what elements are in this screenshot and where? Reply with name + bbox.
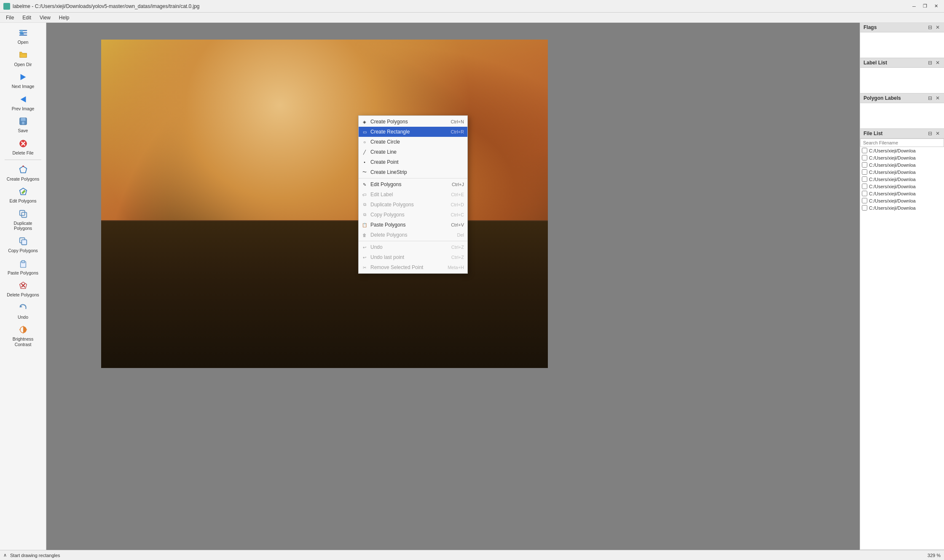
ctx-create-polygons[interactable]: ◈ Create Polygons Ctrl+N (359, 117, 467, 127)
ctx-create-polygons-shortcut: Ctrl+N (451, 119, 464, 124)
canvas-area[interactable]: ◈ Create Polygons Ctrl+N ▭ Create Rectan… (46, 23, 860, 550)
file-list-panel-actions: ⊟ ✕ (927, 131, 941, 136)
tool-create-polygons[interactable]: Create Polygons (4, 162, 42, 184)
file-checkbox-6[interactable] (862, 191, 867, 196)
flags-panel: Flags ⊟ ✕ (860, 23, 944, 58)
label-list-panel-undock[interactable]: ⊟ (927, 60, 933, 66)
ctx-undo[interactable]: ↩ Undo Ctrl+Z (359, 242, 467, 252)
tool-save[interactable]: Save (4, 114, 42, 135)
file-checkbox-2[interactable] (862, 162, 867, 168)
paste-polygons-label: Paste Polygons (8, 270, 38, 276)
ctx-create-line[interactable]: ╱ Create Line (359, 147, 467, 157)
file-checkbox-5[interactable] (862, 184, 867, 189)
ctx-copy-polygons[interactable]: ⧉ Copy Polygons Ctrl+C (359, 210, 467, 220)
menu-edit[interactable]: Edit (18, 14, 35, 21)
tool-delete-polygons[interactable]: Delete Polygons (4, 278, 42, 299)
file-item-1[interactable]: C:/Users/xieji/Downloa (860, 154, 944, 161)
polygon-labels-panel: Polygon Labels ⊟ ✕ (860, 93, 944, 129)
file-item-4[interactable]: C:/Users/xieji/Downloa (860, 176, 944, 183)
tool-edit-polygons[interactable]: Edit Polygons (4, 184, 42, 205)
file-item-2[interactable]: C:/Users/xieji/Downloa (860, 161, 944, 168)
flags-panel-close[interactable]: ✕ (935, 24, 941, 30)
ctx-create-line-label: Create Line (370, 149, 397, 155)
file-checkbox-1[interactable] (862, 155, 867, 160)
ctx-separator-1 (359, 178, 467, 179)
tool-copy-polygons[interactable]: Copy Polygons (4, 234, 42, 255)
menu-file[interactable]: File (2, 14, 18, 21)
ctx-create-rectangle-icon: ▭ (361, 128, 368, 135)
ctx-create-point[interactable]: • Create Point (359, 157, 467, 167)
file-list-panel-undock[interactable]: ⊟ (927, 131, 933, 136)
tool-prev-image[interactable]: Prev Image (4, 92, 42, 113)
tool-delete-file[interactable]: Delete File (4, 136, 42, 157)
label-list-panel-close[interactable]: ✕ (935, 60, 941, 66)
file-item-7[interactable]: C:/Users/xieji/Downloa (860, 197, 944, 204)
ctx-remove-selected-point[interactable]: ✂ Remove Selected Point Meta+H (359, 262, 467, 272)
tool-duplicate-polygons[interactable]: Duplicate Polygons (4, 206, 42, 233)
status-expand-icon[interactable]: ∧ (3, 552, 7, 558)
tool-undo[interactable]: Undo (4, 300, 42, 322)
ctx-duplicate-polygons[interactable]: ⧉ Duplicate Polygons Ctrl+D (359, 200, 467, 210)
paste-polygons-icon (17, 258, 29, 269)
ctx-create-rectangle[interactable]: ▭ Create Rectangle Ctrl+R (359, 127, 467, 137)
ctx-separator-2 (359, 241, 467, 241)
file-checkbox-8[interactable] (862, 205, 867, 211)
file-list-panel-title: File List (864, 131, 927, 136)
file-item-6[interactable]: C:/Users/xieji/Downloa (860, 190, 944, 197)
ctx-paste-polygons[interactable]: 📋 Paste Polygons Ctrl+V (359, 220, 467, 230)
left-toolbar: Open Open Dir Next Image (0, 23, 46, 550)
ctx-edit-polygons[interactable]: ✎ Edit Polygons Ctrl+J (359, 179, 467, 189)
file-item-label-2: C:/Users/xieji/Downloa (869, 163, 916, 168)
file-item-label-3: C:/Users/xieji/Downloa (869, 170, 916, 175)
right-panels: Flags ⊟ ✕ Label List ⊟ ✕ Polygon L (860, 23, 944, 550)
ctx-copy-polygons-shortcut: Ctrl+C (451, 212, 464, 217)
open-label: Open (18, 40, 29, 45)
flags-panel-undock[interactable]: ⊟ (927, 24, 933, 30)
label-list-panel-content (860, 68, 944, 93)
ctx-edit-label-icon: 🏷 (361, 191, 368, 198)
delete-file-label: Delete File (12, 150, 33, 156)
ctx-create-circle[interactable]: ○ Create Circle (359, 137, 467, 147)
ctx-create-line-icon: ╱ (361, 149, 368, 155)
polygon-labels-panel-close[interactable]: ✕ (935, 95, 941, 101)
svg-rect-4 (21, 118, 25, 121)
ctx-duplicate-polygons-label: Duplicate Polygons (370, 202, 414, 208)
file-item-0[interactable]: C:/Users/xieji/Downloa (860, 147, 944, 154)
brightness-contrast-label: Brightness Contrast (5, 336, 41, 347)
ctx-undo-last-point[interactable]: ↩ Undo last point Ctrl+Z (359, 252, 467, 262)
ctx-remove-selected-point-label: Remove Selected Point (370, 264, 423, 270)
ctx-create-linestrip[interactable]: 〜 Create LineStrip (359, 167, 467, 177)
menu-help[interactable]: Help (55, 14, 74, 21)
ctx-delete-polygons[interactable]: 🗑 Delete Polygons Del (359, 230, 467, 240)
app-icon (3, 3, 10, 10)
minimize-button[interactable]: ─ (909, 2, 919, 11)
file-checkbox-0[interactable] (862, 148, 867, 153)
tool-next-image[interactable]: Next Image (4, 69, 42, 91)
restore-button[interactable]: ❐ (920, 2, 930, 11)
tool-open-dir[interactable]: Open Dir (4, 48, 42, 69)
context-menu: ◈ Create Polygons Ctrl+N ▭ Create Rectan… (358, 115, 468, 274)
ctx-edit-label[interactable]: 🏷 Edit Label Ctrl+E (359, 189, 467, 200)
undo-label: Undo (18, 315, 28, 320)
svg-rect-12 (19, 211, 24, 216)
tool-brightness-contrast[interactable]: Brightness Contrast (4, 322, 42, 349)
close-button[interactable]: ✕ (931, 2, 941, 11)
ctx-delete-polygons-shortcut: Del (457, 232, 464, 237)
edit-polygons-icon (17, 186, 29, 197)
tool-open[interactable]: Open (4, 25, 42, 47)
file-search-input[interactable] (860, 139, 944, 147)
file-checkbox-3[interactable] (862, 169, 867, 175)
file-item-5[interactable]: C:/Users/xieji/Downloa (860, 183, 944, 190)
window-controls: ─ ❐ ✕ (909, 2, 941, 11)
file-checkbox-4[interactable] (862, 176, 867, 182)
tool-paste-polygons[interactable]: Paste Polygons (4, 256, 42, 277)
ctx-paste-polygons-label: Paste Polygons (370, 222, 405, 228)
menu-view[interactable]: View (35, 14, 55, 21)
file-item-8[interactable]: C:/Users/xieji/Downloa (860, 204, 944, 211)
file-checkbox-7[interactable] (862, 198, 867, 203)
polygon-labels-panel-undock[interactable]: ⊟ (927, 95, 933, 101)
file-list-panel-close[interactable]: ✕ (935, 131, 941, 136)
file-item-3[interactable]: C:/Users/xieji/Downloa (860, 168, 944, 176)
next-image-label: Next Image (12, 84, 35, 89)
polygon-labels-panel-header: Polygon Labels ⊟ ✕ (860, 93, 944, 103)
